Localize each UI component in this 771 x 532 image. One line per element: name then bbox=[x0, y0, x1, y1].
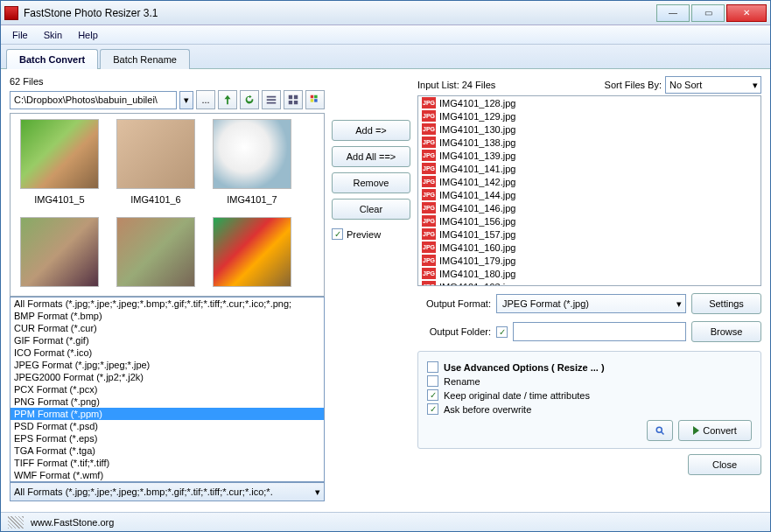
output-folder-label: Output Folder: bbox=[417, 326, 491, 337]
format-option[interactable]: PNG Format (*.png) bbox=[11, 396, 324, 408]
svg-rect-0 bbox=[311, 95, 314, 99]
menubar: File Skin Help bbox=[1, 25, 770, 45]
refresh-icon[interactable] bbox=[240, 90, 259, 109]
menu-file[interactable]: File bbox=[6, 27, 34, 43]
file-name: IMG4101_144.jpg bbox=[439, 190, 515, 200]
file-name: IMG4101_139.jpg bbox=[439, 150, 515, 161]
format-option[interactable]: All Formats (*.jpg;*.jpe;*.jpeg;*.bmp;*.… bbox=[11, 298, 324, 310]
format-option[interactable]: PPM Format (*.ppm) bbox=[11, 408, 324, 420]
file-row[interactable]: JPGIMG4101_157.jpg bbox=[418, 228, 760, 241]
jpg-icon: JPG bbox=[422, 123, 436, 135]
settings-button[interactable]: Settings bbox=[691, 293, 761, 314]
format-option[interactable]: JPEG2000 Format (*.jp2;*.j2k) bbox=[11, 371, 324, 383]
view-details-icon[interactable] bbox=[284, 90, 303, 109]
file-row[interactable]: JPGIMG4101_129.jpg bbox=[418, 109, 760, 122]
format-option[interactable]: GIF Format (*.gif) bbox=[11, 334, 324, 346]
file-row[interactable]: JPGIMG4101_160.jpg bbox=[418, 241, 760, 254]
convert-button[interactable]: Convert bbox=[678, 420, 752, 441]
file-row[interactable]: JPGIMG4101_142.jpg bbox=[418, 175, 760, 188]
format-option[interactable]: JPEG Format (*.jpg;*.jpeg;*.jpe) bbox=[11, 359, 324, 371]
tab-batch-rename[interactable]: Batch Rename bbox=[100, 49, 190, 69]
ask-overwrite-label: Ask before overwrite bbox=[444, 404, 531, 415]
output-format-label: Output Format: bbox=[417, 298, 491, 309]
maximize-button[interactable]: ▭ bbox=[691, 4, 725, 22]
jpg-icon: JPG bbox=[422, 215, 436, 227]
thumbnail-panel[interactable]: IMG4101_5 IMG4101_6 IMG4101_7 bbox=[10, 113, 325, 297]
svg-rect-2 bbox=[311, 99, 314, 102]
jpg-icon: JPG bbox=[422, 150, 436, 161]
sort-label: Sort Files By: bbox=[605, 80, 662, 90]
grip-icon bbox=[8, 516, 24, 528]
output-folder-input[interactable] bbox=[513, 322, 686, 341]
add-button[interactable]: Add => bbox=[332, 120, 410, 141]
input-file-list[interactable]: JPGIMG4101_128.jpgJPGIMG4101_129.jpgJPGI… bbox=[417, 95, 761, 286]
format-option[interactable]: PSD Format (*.psd) bbox=[11, 420, 324, 432]
browse-output-button[interactable]: Browse bbox=[691, 321, 761, 342]
advanced-checkbox[interactable] bbox=[427, 361, 438, 373]
menu-help[interactable]: Help bbox=[72, 27, 104, 43]
view-list-icon[interactable] bbox=[262, 90, 281, 109]
titlebar: FastStone Photo Resizer 3.1 — ▭ ✕ bbox=[1, 1, 770, 25]
file-row[interactable]: JPGIMG4101_180.jpg bbox=[418, 267, 760, 280]
format-option[interactable]: TGA Format (*.tga) bbox=[11, 444, 324, 457]
file-name: IMG4101_193.jpg bbox=[439, 282, 515, 287]
ask-overwrite-checkbox[interactable]: ✓ bbox=[427, 403, 438, 415]
input-list-label: Input List: 24 Files bbox=[417, 80, 495, 90]
rename-label: Rename bbox=[444, 376, 480, 387]
file-row[interactable]: JPGIMG4101_156.jpg bbox=[418, 214, 760, 228]
thumbnail-item[interactable]: IMG4101_5 bbox=[16, 119, 103, 208]
thumbnail-item[interactable] bbox=[16, 217, 103, 290]
thumbnail-item[interactable] bbox=[112, 217, 200, 290]
format-option[interactable]: WMF Format (*.wmf) bbox=[11, 469, 324, 481]
content-area: 62 Files C:\Dropbox\Photos\babuin_ubilei… bbox=[1, 69, 770, 512]
preview-checkbox[interactable]: ✓ bbox=[332, 228, 343, 240]
format-option[interactable]: PCX Format (*.pcx) bbox=[11, 383, 324, 396]
rename-checkbox[interactable] bbox=[427, 375, 438, 387]
format-filter-select[interactable]: All Formats (*.jpg;*.jpe;*.jpeg;*.bmp;*.… bbox=[10, 482, 325, 501]
format-option[interactable]: CUR Format (*.cur) bbox=[11, 322, 324, 334]
status-url[interactable]: www.FastStone.org bbox=[31, 517, 114, 528]
jpg-icon: JPG bbox=[422, 136, 436, 148]
file-row[interactable]: JPGIMG4101_179.jpg bbox=[418, 254, 760, 267]
file-row[interactable]: JPGIMG4101_141.jpg bbox=[418, 162, 760, 175]
remove-button[interactable]: Remove bbox=[332, 172, 410, 193]
jpg-icon: JPG bbox=[422, 176, 436, 187]
file-row[interactable]: JPGIMG4101_128.jpg bbox=[418, 96, 760, 109]
thumbnail-item[interactable]: IMG4101_6 bbox=[112, 119, 200, 208]
format-option[interactable]: ICO Format (*.ico) bbox=[11, 346, 324, 359]
thumbnail-item[interactable] bbox=[208, 217, 296, 290]
output-format-select[interactable]: JPEG Format (*.jpg) bbox=[496, 294, 686, 313]
preview-window-button[interactable] bbox=[647, 420, 673, 441]
keep-date-checkbox[interactable]: ✓ bbox=[427, 389, 438, 401]
play-icon bbox=[693, 426, 699, 435]
clear-button[interactable]: Clear bbox=[332, 199, 410, 220]
file-row[interactable]: JPGIMG4101_144.jpg bbox=[418, 188, 760, 201]
file-name: IMG4101_157.jpg bbox=[439, 229, 515, 240]
minimize-button[interactable]: — bbox=[656, 4, 690, 22]
format-option[interactable]: TIFF Format (*.tif;*.tiff) bbox=[11, 457, 324, 469]
path-input[interactable]: C:\Dropbox\Photos\babuin_ubilei\ bbox=[10, 91, 177, 109]
view-thumbs-icon[interactable] bbox=[305, 90, 325, 109]
format-filter-list[interactable]: All Formats (*.jpg;*.jpe;*.jpeg;*.bmp;*.… bbox=[10, 297, 325, 482]
file-name: IMG4101_146.jpg bbox=[439, 203, 515, 214]
tab-batch-convert[interactable]: Batch Convert bbox=[6, 49, 98, 69]
format-option[interactable]: BMP Format (*.bmp) bbox=[11, 310, 324, 322]
file-row[interactable]: JPGIMG4101_193.jpg bbox=[418, 280, 760, 286]
browse-folder-button[interactable]: ... bbox=[196, 90, 215, 109]
format-option[interactable]: EPS Format (*.eps) bbox=[11, 432, 324, 444]
file-row[interactable]: JPGIMG4101_146.jpg bbox=[418, 201, 760, 214]
file-row[interactable]: JPGIMG4101_138.jpg bbox=[418, 136, 760, 149]
file-row[interactable]: JPGIMG4101_130.jpg bbox=[418, 122, 760, 136]
output-folder-checkbox[interactable]: ✓ bbox=[496, 326, 508, 338]
close-dialog-button[interactable]: Close bbox=[688, 454, 761, 475]
up-folder-icon[interactable] bbox=[218, 90, 237, 109]
file-name: IMG4101_129.jpg bbox=[439, 111, 515, 122]
file-count-label: 62 Files bbox=[10, 76, 325, 87]
sort-select[interactable]: No Sort bbox=[665, 76, 761, 94]
thumbnail-item[interactable]: IMG4101_7 bbox=[208, 119, 296, 208]
file-row[interactable]: JPGIMG4101_139.jpg bbox=[418, 149, 760, 162]
add-all-button[interactable]: Add All ==> bbox=[332, 146, 410, 167]
path-dropdown-icon[interactable]: ▾ bbox=[179, 91, 193, 109]
menu-skin[interactable]: Skin bbox=[38, 27, 68, 43]
close-button[interactable]: ✕ bbox=[726, 4, 767, 22]
